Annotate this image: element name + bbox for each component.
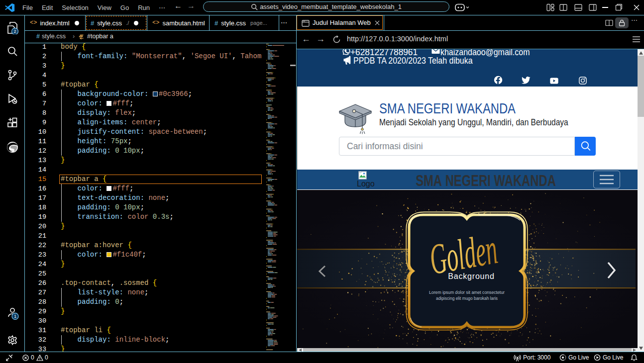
svg-text:2: 2 [13,29,16,34]
svg-text:Lorem ipsum dolor sit amet con: Lorem ipsum dolor sit amet consectetur [429,289,505,295]
svg-text:1: 1 [14,314,16,319]
svg-text:adipiscing elit mugo barokah l: adipiscing elit mugo barokah laris [436,295,498,301]
svg-text:Background: Background [448,272,494,280]
